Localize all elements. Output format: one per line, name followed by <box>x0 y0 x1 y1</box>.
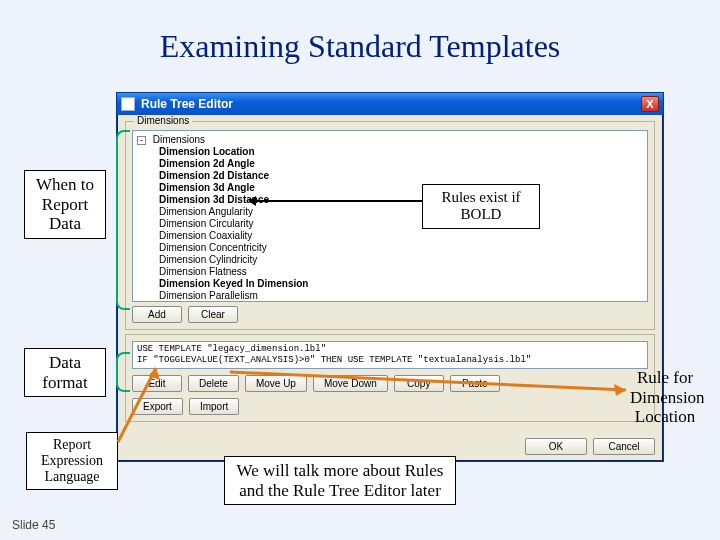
collapse-icon[interactable]: - <box>137 136 146 145</box>
bracket-tree <box>116 130 130 310</box>
slide-title: Examining Standard Templates <box>0 28 720 65</box>
ok-button[interactable]: OK <box>525 438 587 455</box>
rule-tree-editor-dialog: Rule Tree Editor X Dimensions - Dimensio… <box>116 92 664 462</box>
tree-item[interactable]: Dimension 3d Angle <box>159 182 643 194</box>
add-button[interactable]: Add <box>132 306 182 323</box>
tree-item[interactable]: Dimension Angularity <box>159 206 643 218</box>
tree-item[interactable]: Dimension Coaxiality <box>159 230 643 242</box>
callout-rel: Report Expression Language <box>26 432 118 490</box>
arrow-rule-for <box>230 360 630 400</box>
dialog-title: Rule Tree Editor <box>141 97 641 111</box>
tree-item[interactable]: Dimension Circularity <box>159 218 643 230</box>
rule-line-1: USE TEMPLATE "legacy_dimension.lbl" <box>137 344 643 355</box>
titlebar: Rule Tree Editor X <box>117 93 663 115</box>
callout-when-to-report: When to Report Data <box>24 170 106 239</box>
tree-root[interactable]: - Dimensions <box>137 134 643 146</box>
arrow-bold-line <box>254 200 422 202</box>
tree-item[interactable]: Dimension 2d Angle <box>159 158 643 170</box>
tree-item[interactable]: Dimension Flatness <box>159 266 643 278</box>
close-button[interactable]: X <box>641 96 659 112</box>
import-export-buttons: Export Import <box>132 398 648 415</box>
import-button[interactable]: Import <box>189 398 239 415</box>
cancel-button[interactable]: Cancel <box>593 438 655 455</box>
tree-root-label: Dimensions <box>153 134 205 145</box>
callout-rules-bold: Rules exist if BOLD <box>422 184 540 229</box>
tree-item[interactable]: Dimension Cylindricity <box>159 254 643 266</box>
callout-later: We will talk more about Rules and the Ru… <box>224 456 456 505</box>
tree-buttons: Add Clear <box>132 306 648 323</box>
app-icon <box>121 97 135 111</box>
arrow-bold-head <box>248 196 256 206</box>
callout-rule-for: Rule for Dimension Location <box>622 364 708 431</box>
svg-line-2 <box>230 372 626 390</box>
arrow-rel <box>112 358 172 448</box>
svg-marker-3 <box>614 384 626 396</box>
tree-item[interactable]: Dimension Location <box>159 146 643 158</box>
dimensions-group: Dimensions - Dimensions Dimension Locati… <box>125 121 655 330</box>
clear-button[interactable]: Clear <box>188 306 238 323</box>
tree-item[interactable]: Dimension Parallelism <box>159 290 643 302</box>
slide-number: Slide 45 <box>12 518 55 532</box>
svg-line-0 <box>118 368 156 442</box>
group-label-dimensions: Dimensions <box>134 115 192 126</box>
close-icon: X <box>646 99 653 110</box>
tree-item[interactable]: Dimension Concentricity <box>159 242 643 254</box>
tree-item[interactable]: Dimension Keyed In Dimension <box>159 278 643 290</box>
callout-data-format: Data format <box>24 348 106 397</box>
dimensions-tree[interactable]: - Dimensions Dimension LocationDimension… <box>132 130 648 302</box>
tree-item[interactable]: Dimension 2d Distance <box>159 170 643 182</box>
